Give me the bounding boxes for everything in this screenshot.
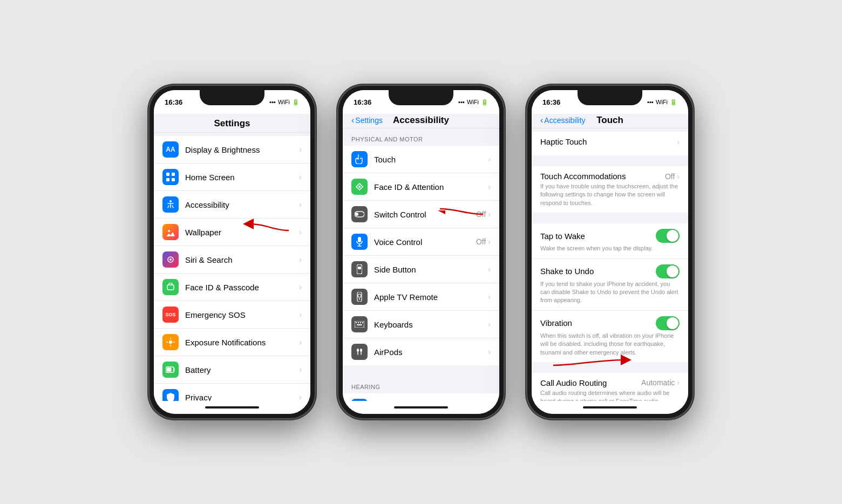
list-item[interactable]: Hearing Devices › <box>343 393 499 401</box>
accessibility-label: Accessibility <box>185 200 299 209</box>
toggle-knob <box>667 230 678 242</box>
svg-rect-0 <box>166 173 169 176</box>
sidebutton-label: Side Button <box>374 265 488 274</box>
svg-rect-8 <box>167 285 174 290</box>
page-title-2: Accessibility <box>393 115 449 126</box>
back-button-3[interactable]: ‹ Accessibility <box>540 116 586 125</box>
accessibility-icon <box>162 196 179 213</box>
battery-icon: 🔋 <box>292 99 300 106</box>
list-item[interactable]: Touch › <box>343 146 499 173</box>
siri-label: Siri & Search <box>185 255 299 264</box>
touchaccom-item[interactable]: Touch Accommodations Off › If you have t… <box>532 166 688 213</box>
list-item[interactable]: Privacy › <box>154 384 310 401</box>
callaudio-right: Automatic › <box>641 378 680 387</box>
list-item[interactable]: Home Screen › <box>154 164 310 191</box>
list-item[interactable]: Face ID & Passcode › <box>154 274 310 301</box>
settings-group-1: AA Display & Brightness › Home Screen › <box>154 136 310 401</box>
touchaccom-group: Touch Accommodations Off › If you have t… <box>532 166 688 213</box>
list-item[interactable]: Switch Control Off › <box>343 201 499 228</box>
toggle-knob <box>667 317 678 329</box>
list-item[interactable]: Accessibility › <box>154 191 310 219</box>
wifi-icon: WiFi <box>278 99 290 105</box>
battery-icon-2: 🔋 <box>481 99 488 106</box>
chevron-icon: › <box>677 172 680 181</box>
list-item[interactable]: Siri & Search › <box>154 246 310 274</box>
svg-rect-43 <box>360 322 361 323</box>
home-bar-3 <box>532 401 688 414</box>
svg-point-48 <box>360 349 362 352</box>
list-item[interactable]: SOS Emergency SOS › <box>154 301 310 329</box>
haptictouch-item[interactable]: Haptic Touch › <box>532 132 688 155</box>
list-item[interactable]: AirPods › <box>343 338 499 365</box>
siri-icon <box>162 251 179 268</box>
faceid-icon <box>162 279 179 295</box>
vibration-desc: When this switch is off, all vibration o… <box>540 332 680 357</box>
back-button-2[interactable]: ‹ Settings <box>351 116 383 125</box>
back-label-2: Settings <box>355 116 383 125</box>
phone-1: 16:36 ▪▪▪ WiFi 🔋 Settings AA <box>148 85 316 419</box>
svg-point-7 <box>169 258 172 261</box>
list-item[interactable]: AA Display & Brightness › <box>154 136 310 164</box>
touch-settings-list[interactable]: Haptic Touch › Touch Accommodations <box>532 128 688 401</box>
battery-icon-3: 🔋 <box>670 99 677 106</box>
svg-point-38 <box>358 294 361 297</box>
chevron-icon: › <box>488 320 491 329</box>
faceid-att-label: Face ID & Attention <box>374 182 488 192</box>
status-bar-3: 16:36 ▪▪▪ WiFi 🔋 <box>532 90 688 114</box>
sidebutton-icon <box>351 261 368 277</box>
chevron-icon: › <box>677 378 680 387</box>
chevron-icon: › <box>299 393 302 401</box>
list-item[interactable]: Voice Control Off › <box>343 228 499 256</box>
chevron-icon: › <box>299 173 302 181</box>
faceid-att-icon <box>351 179 368 195</box>
signal-icon-2: ▪▪▪ <box>458 99 465 105</box>
callaudio-value: Automatic <box>641 378 675 387</box>
voicecontrol-icon <box>351 234 368 250</box>
callaudio-desc: Call audio routing determines where audi… <box>540 389 680 401</box>
list-item[interactable]: Apple TV Remote › <box>343 283 499 311</box>
callaudio-item[interactable]: Call Audio Routing Automatic › Call audi… <box>532 373 688 401</box>
battery-label: Battery <box>185 365 299 374</box>
home-bar-2 <box>343 401 499 414</box>
time-3: 16:36 <box>542 98 560 106</box>
list-item[interactable]: Exposure Notifications › <box>154 329 310 356</box>
callaudio-group: Call Audio Routing Automatic › Call audi… <box>532 373 688 401</box>
settings-list-1[interactable]: AA Display & Brightness › Home Screen › <box>154 133 310 401</box>
haptictouch-row: Haptic Touch › <box>540 137 680 146</box>
chevron-icon: › <box>299 255 302 264</box>
touchaccom-title: Touch Accommodations <box>540 172 626 181</box>
toggles-group: Tap to Wake Wake the screen when you tap… <box>532 223 688 362</box>
list-item[interactable]: Face ID & Attention › <box>343 173 499 201</box>
hearing-group: Hearing Devices › Sound Recognition Off … <box>343 393 499 401</box>
accessibility-list[interactable]: PHYSICAL AND MOTOR Touch › <box>343 128 499 401</box>
svg-rect-1 <box>172 173 175 176</box>
list-item[interactable]: Battery › <box>154 356 310 384</box>
chevron-icon: › <box>299 228 302 236</box>
list-item[interactable]: Wallpaper › <box>154 219 310 246</box>
section-header-physical: PHYSICAL AND MOTOR <box>343 128 499 146</box>
faceid-label: Face ID & Passcode <box>185 283 299 292</box>
wifi-icon-2: WiFi <box>467 99 479 105</box>
page-title-3: Touch <box>596 115 623 126</box>
shakeundo-toggle[interactable] <box>656 264 680 278</box>
chevron-icon: › <box>488 182 491 191</box>
taptowake-toggle[interactable] <box>656 229 680 243</box>
switchcontrol-value: Off <box>476 210 486 219</box>
signal-icon-3: ▪▪▪ <box>647 99 654 105</box>
shakeundo-desc: If you tend to shake your iPhone by acci… <box>540 280 680 305</box>
svg-point-9 <box>169 340 172 344</box>
chevron-icon: › <box>488 210 491 219</box>
haptictouch-right: › <box>677 138 680 146</box>
chevron-icon: › <box>488 155 491 164</box>
svg-rect-45 <box>357 324 362 325</box>
svg-rect-3 <box>172 178 175 181</box>
list-item[interactable]: Side Button › <box>343 256 499 283</box>
nav-bar-2: ‹ Settings Accessibility <box>343 114 499 128</box>
touchaccom-row: Touch Accommodations Off › <box>540 172 680 181</box>
list-item[interactable]: Keyboards › <box>343 311 499 338</box>
svg-rect-15 <box>167 368 172 372</box>
vibration-toggle[interactable] <box>656 316 680 330</box>
status-bar-1: 16:36 ▪▪▪ WiFi 🔋 <box>154 90 310 114</box>
notch-3 <box>578 90 642 105</box>
exposure-icon <box>162 334 179 350</box>
